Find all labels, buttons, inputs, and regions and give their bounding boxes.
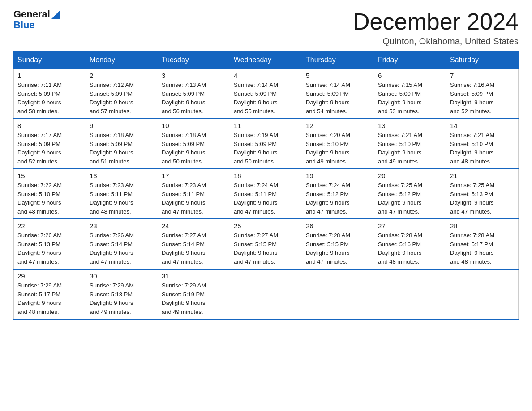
day-number: 27 bbox=[378, 222, 442, 230]
day-info: Sunrise: 7:21 AM Sunset: 5:10 PM Dayligh… bbox=[450, 131, 515, 166]
day-info: Sunrise: 7:28 AM Sunset: 5:17 PM Dayligh… bbox=[450, 231, 515, 266]
calendar-week-row: 8 Sunrise: 7:17 AM Sunset: 5:09 PM Dayli… bbox=[14, 119, 519, 169]
table-row: 8 Sunrise: 7:17 AM Sunset: 5:09 PM Dayli… bbox=[14, 119, 86, 169]
table-row: 7 Sunrise: 7:16 AM Sunset: 5:09 PM Dayli… bbox=[446, 69, 519, 119]
day-info: Sunrise: 7:15 AM Sunset: 5:09 PM Dayligh… bbox=[378, 81, 442, 116]
day-info: Sunrise: 7:12 AM Sunset: 5:09 PM Dayligh… bbox=[90, 81, 154, 116]
table-row: 6 Sunrise: 7:15 AM Sunset: 5:09 PM Dayli… bbox=[374, 69, 446, 119]
table-row: 14 Sunrise: 7:21 AM Sunset: 5:10 PM Dayl… bbox=[446, 119, 519, 169]
day-info: Sunrise: 7:18 AM Sunset: 5:09 PM Dayligh… bbox=[90, 131, 154, 166]
table-row: 30 Sunrise: 7:29 AM Sunset: 5:18 PM Dayl… bbox=[86, 269, 158, 319]
day-info: Sunrise: 7:29 AM Sunset: 5:19 PM Dayligh… bbox=[162, 281, 226, 316]
day-number: 25 bbox=[234, 222, 298, 230]
day-number: 1 bbox=[17, 72, 82, 79]
day-info: Sunrise: 7:28 AM Sunset: 5:16 PM Dayligh… bbox=[378, 231, 442, 266]
title-section: December 2024 Quinton, Oklahoma, United … bbox=[353, 9, 519, 47]
day-info: Sunrise: 7:27 AM Sunset: 5:14 PM Dayligh… bbox=[162, 231, 226, 266]
table-row: 27 Sunrise: 7:28 AM Sunset: 5:16 PM Dayl… bbox=[374, 219, 446, 269]
page-header: General Blue December 2024 Quinton, Okla… bbox=[13, 9, 519, 47]
day-info: Sunrise: 7:19 AM Sunset: 5:09 PM Dayligh… bbox=[234, 131, 298, 166]
day-info: Sunrise: 7:29 AM Sunset: 5:17 PM Dayligh… bbox=[17, 281, 82, 316]
table-row: 20 Sunrise: 7:25 AM Sunset: 5:12 PM Dayl… bbox=[374, 169, 446, 219]
month-title: December 2024 bbox=[353, 9, 519, 34]
header-monday: Monday bbox=[86, 51, 158, 69]
day-number: 8 bbox=[17, 122, 82, 129]
day-info: Sunrise: 7:28 AM Sunset: 5:15 PM Dayligh… bbox=[306, 231, 370, 266]
day-number: 18 bbox=[234, 172, 298, 180]
day-number: 31 bbox=[162, 272, 226, 280]
day-info: Sunrise: 7:24 AM Sunset: 5:11 PM Dayligh… bbox=[234, 181, 298, 216]
day-info: Sunrise: 7:27 AM Sunset: 5:15 PM Dayligh… bbox=[234, 231, 298, 266]
day-number: 16 bbox=[90, 172, 154, 180]
logo-triangle-icon bbox=[51, 11, 60, 19]
day-number: 2 bbox=[90, 72, 154, 79]
day-number: 5 bbox=[306, 72, 370, 79]
day-number: 21 bbox=[450, 172, 515, 180]
table-row: 1 Sunrise: 7:11 AM Sunset: 5:09 PM Dayli… bbox=[14, 69, 86, 119]
header-wednesday: Wednesday bbox=[230, 51, 302, 69]
table-row: 13 Sunrise: 7:21 AM Sunset: 5:10 PM Dayl… bbox=[374, 119, 446, 169]
table-row: 31 Sunrise: 7:29 AM Sunset: 5:19 PM Dayl… bbox=[158, 269, 230, 319]
day-info: Sunrise: 7:29 AM Sunset: 5:18 PM Dayligh… bbox=[90, 281, 154, 316]
logo-general-text: General bbox=[13, 9, 50, 20]
day-number: 17 bbox=[162, 172, 226, 180]
header-thursday: Thursday bbox=[302, 51, 374, 69]
calendar-week-row: 1 Sunrise: 7:11 AM Sunset: 5:09 PM Dayli… bbox=[14, 69, 519, 119]
table-row: 18 Sunrise: 7:24 AM Sunset: 5:11 PM Dayl… bbox=[230, 169, 302, 219]
table-row: 4 Sunrise: 7:14 AM Sunset: 5:09 PM Dayli… bbox=[230, 69, 302, 119]
day-number: 14 bbox=[450, 122, 515, 129]
table-row: 24 Sunrise: 7:27 AM Sunset: 5:14 PM Dayl… bbox=[158, 219, 230, 269]
day-info: Sunrise: 7:23 AM Sunset: 5:11 PM Dayligh… bbox=[162, 181, 226, 216]
day-number: 28 bbox=[450, 222, 515, 230]
day-number: 20 bbox=[378, 172, 442, 180]
table-row: 23 Sunrise: 7:26 AM Sunset: 5:14 PM Dayl… bbox=[86, 219, 158, 269]
table-row: 17 Sunrise: 7:23 AM Sunset: 5:11 PM Dayl… bbox=[158, 169, 230, 219]
table-row: 28 Sunrise: 7:28 AM Sunset: 5:17 PM Dayl… bbox=[446, 219, 519, 269]
logo: General Blue bbox=[13, 9, 60, 30]
day-info: Sunrise: 7:20 AM Sunset: 5:10 PM Dayligh… bbox=[306, 131, 370, 166]
header-tuesday: Tuesday bbox=[158, 51, 230, 69]
table-row: 26 Sunrise: 7:28 AM Sunset: 5:15 PM Dayl… bbox=[302, 219, 374, 269]
weekday-header-row: Sunday Monday Tuesday Wednesday Thursday… bbox=[14, 51, 519, 69]
day-info: Sunrise: 7:14 AM Sunset: 5:09 PM Dayligh… bbox=[234, 81, 298, 116]
day-info: Sunrise: 7:17 AM Sunset: 5:09 PM Dayligh… bbox=[17, 131, 82, 166]
day-number: 24 bbox=[162, 222, 226, 230]
header-saturday: Saturday bbox=[446, 51, 519, 69]
table-row bbox=[446, 269, 519, 319]
table-row bbox=[230, 269, 302, 319]
table-row: 19 Sunrise: 7:24 AM Sunset: 5:12 PM Dayl… bbox=[302, 169, 374, 219]
day-number: 15 bbox=[17, 172, 82, 180]
day-number: 22 bbox=[17, 222, 82, 230]
day-info: Sunrise: 7:18 AM Sunset: 5:09 PM Dayligh… bbox=[162, 131, 226, 166]
day-number: 4 bbox=[234, 72, 298, 79]
day-number: 9 bbox=[90, 122, 154, 129]
table-row: 15 Sunrise: 7:22 AM Sunset: 5:10 PM Dayl… bbox=[14, 169, 86, 219]
table-row: 21 Sunrise: 7:25 AM Sunset: 5:13 PM Dayl… bbox=[446, 169, 519, 219]
day-info: Sunrise: 7:26 AM Sunset: 5:14 PM Dayligh… bbox=[90, 231, 154, 266]
day-number: 19 bbox=[306, 172, 370, 180]
day-number: 11 bbox=[234, 122, 298, 129]
day-info: Sunrise: 7:22 AM Sunset: 5:10 PM Dayligh… bbox=[17, 181, 82, 216]
day-number: 23 bbox=[90, 222, 154, 230]
header-sunday: Sunday bbox=[14, 51, 86, 69]
day-info: Sunrise: 7:25 AM Sunset: 5:13 PM Dayligh… bbox=[450, 181, 515, 216]
day-number: 7 bbox=[450, 72, 515, 79]
table-row: 9 Sunrise: 7:18 AM Sunset: 5:09 PM Dayli… bbox=[86, 119, 158, 169]
day-number: 12 bbox=[306, 122, 370, 129]
table-row: 3 Sunrise: 7:13 AM Sunset: 5:09 PM Dayli… bbox=[158, 69, 230, 119]
day-number: 29 bbox=[17, 272, 82, 280]
table-row: 29 Sunrise: 7:29 AM Sunset: 5:17 PM Dayl… bbox=[14, 269, 86, 319]
header-friday: Friday bbox=[374, 51, 446, 69]
day-number: 30 bbox=[90, 272, 154, 280]
table-row: 25 Sunrise: 7:27 AM Sunset: 5:15 PM Dayl… bbox=[230, 219, 302, 269]
day-info: Sunrise: 7:16 AM Sunset: 5:09 PM Dayligh… bbox=[450, 81, 515, 116]
day-number: 10 bbox=[162, 122, 226, 129]
day-number: 6 bbox=[378, 72, 442, 79]
table-row: 16 Sunrise: 7:23 AM Sunset: 5:11 PM Dayl… bbox=[86, 169, 158, 219]
day-info: Sunrise: 7:23 AM Sunset: 5:11 PM Dayligh… bbox=[90, 181, 154, 216]
day-info: Sunrise: 7:11 AM Sunset: 5:09 PM Dayligh… bbox=[17, 81, 82, 116]
day-info: Sunrise: 7:14 AM Sunset: 5:09 PM Dayligh… bbox=[306, 81, 370, 116]
calendar-week-row: 22 Sunrise: 7:26 AM Sunset: 5:13 PM Dayl… bbox=[14, 219, 519, 269]
table-row: 10 Sunrise: 7:18 AM Sunset: 5:09 PM Dayl… bbox=[158, 119, 230, 169]
svg-marker-0 bbox=[51, 11, 60, 19]
